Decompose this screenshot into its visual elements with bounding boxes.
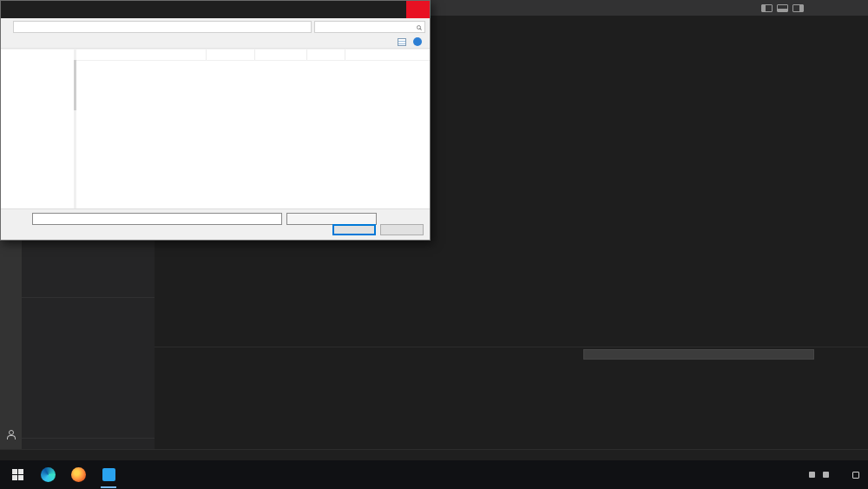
firefox-icon: [71, 467, 86, 482]
dialog-close-button[interactable]: [406, 1, 430, 18]
panel-close-icon[interactable]: [847, 347, 859, 361]
problems-filter-input[interactable]: [583, 349, 814, 360]
search-icon: [417, 25, 421, 30]
customize-layout-icon[interactable]: [792, 4, 804, 12]
column-headers: [76, 50, 430, 61]
panel-header: [155, 347, 868, 361]
dialog-titlebar: [1, 1, 430, 18]
problems-panel: [155, 347, 868, 449]
status-bar: [0, 449, 868, 460]
column-type[interactable]: [255, 50, 307, 60]
edge-icon: [41, 467, 56, 482]
minimize-button[interactable]: [808, 0, 828, 16]
notification-center-icon[interactable]: [852, 472, 859, 479]
open-button[interactable]: [332, 224, 376, 235]
tray-icon[interactable]: [823, 472, 829, 478]
view-options-icon[interactable]: [398, 38, 406, 46]
taskbar: [0, 460, 868, 489]
filename-input[interactable]: [32, 213, 282, 225]
search-input[interactable]: [319, 23, 414, 31]
screen: [0, 0, 868, 489]
panel-maximize-icon[interactable]: [832, 347, 844, 361]
column-modified[interactable]: [207, 50, 255, 60]
address-bar: [1, 20, 430, 34]
panel-tabs: [155, 347, 162, 361]
problems-list: [155, 361, 868, 449]
windows-logo-icon: [12, 469, 23, 480]
help-icon[interactable]: [413, 37, 422, 46]
taskbar-vscode-button[interactable]: [95, 460, 122, 489]
breadcrumb[interactable]: [13, 21, 312, 33]
dialog-footer: [1, 208, 430, 240]
toggle-panel-icon[interactable]: [777, 4, 788, 12]
start-button[interactable]: [4, 460, 30, 489]
tray-icon[interactable]: [809, 472, 815, 478]
column-name[interactable]: [76, 50, 207, 60]
open-workspace-dialog: [0, 0, 431, 241]
close-button[interactable]: [848, 0, 868, 16]
cancel-button[interactable]: [380, 224, 424, 235]
account-icon[interactable]: [6, 430, 16, 439]
vscode-icon: [102, 468, 115, 481]
column-size[interactable]: [307, 50, 345, 60]
folder-tree: [1, 50, 74, 208]
taskb​ar-edge-button[interactable]: [35, 460, 61, 489]
maximize-button[interactable]: [828, 0, 848, 16]
outline-section-header[interactable]: [22, 297, 155, 308]
dialog-toolbar: [1, 36, 430, 49]
timeline-section-header[interactable]: [22, 438, 155, 449]
taskbar-firefox-button[interactable]: [65, 460, 91, 489]
search-box: [314, 21, 425, 33]
toggle-sidebar-icon[interactable]: [761, 4, 773, 12]
filetype-select[interactable]: [286, 213, 377, 225]
file-list: [76, 50, 430, 208]
dialog-main: [1, 50, 430, 208]
